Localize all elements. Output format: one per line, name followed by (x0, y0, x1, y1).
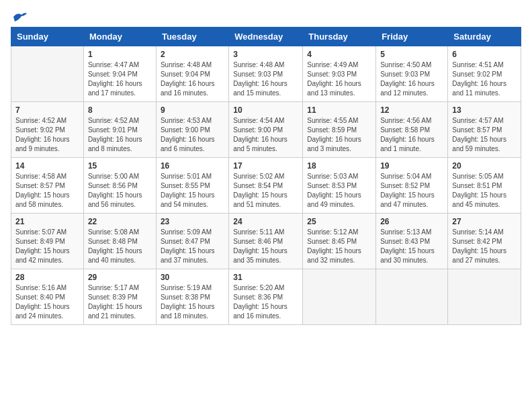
day-info: Sunrise: 4:55 AMSunset: 8:59 PMDaylight:… (307, 116, 371, 154)
calendar-cell: 21Sunrise: 5:07 AMSunset: 8:49 PMDayligh… (11, 214, 84, 269)
calendar-cell: 25Sunrise: 5:12 AMSunset: 8:45 PMDayligh… (303, 214, 376, 269)
day-number: 25 (307, 217, 371, 226)
day-number: 11 (307, 105, 371, 115)
day-info: Sunrise: 5:07 AMSunset: 8:49 PMDaylight:… (15, 228, 79, 265)
day-info: Sunrise: 5:14 AMSunset: 8:42 PMDaylight:… (452, 228, 517, 265)
day-number: 15 (88, 161, 152, 171)
calendar-cell: 6Sunrise: 4:51 AMSunset: 9:02 PMDaylight… (448, 46, 521, 102)
calendar-cell: 31Sunrise: 5:20 AMSunset: 8:36 PMDayligh… (229, 269, 303, 325)
day-info: Sunrise: 4:53 AMSunset: 9:00 PMDaylight:… (161, 116, 224, 154)
calendar-cell: 26Sunrise: 5:13 AMSunset: 8:43 PMDayligh… (376, 214, 448, 269)
day-number: 5 (380, 50, 443, 59)
weekday-header-wednesday: Wednesday (229, 28, 303, 46)
day-info: Sunrise: 4:54 AMSunset: 9:00 PMDaylight:… (233, 116, 298, 154)
logo (11, 11, 27, 20)
calendar-cell (448, 269, 521, 325)
calendar-cell: 7Sunrise: 4:52 AMSunset: 9:02 PMDaylight… (11, 102, 84, 158)
day-number: 4 (307, 50, 371, 59)
calendar-cell: 27Sunrise: 5:14 AMSunset: 8:42 PMDayligh… (448, 214, 521, 269)
day-info: Sunrise: 5:17 AMSunset: 8:39 PMDaylight:… (88, 283, 152, 321)
day-info: Sunrise: 5:08 AMSunset: 8:48 PMDaylight:… (88, 228, 152, 265)
calendar-cell: 20Sunrise: 5:05 AMSunset: 8:51 PMDayligh… (448, 158, 521, 214)
calendar-cell: 19Sunrise: 5:04 AMSunset: 8:52 PMDayligh… (376, 158, 448, 214)
calendar-cell: 23Sunrise: 5:09 AMSunset: 8:47 PMDayligh… (156, 214, 228, 269)
calendar-cell: 2Sunrise: 4:48 AMSunset: 9:04 PMDaylight… (156, 46, 228, 102)
day-info: Sunrise: 5:09 AMSunset: 8:47 PMDaylight:… (161, 228, 224, 265)
calendar-cell: 22Sunrise: 5:08 AMSunset: 8:48 PMDayligh… (83, 214, 156, 269)
weekday-header-sunday: Sunday (11, 28, 84, 46)
calendar-cell: 29Sunrise: 5:17 AMSunset: 8:39 PMDayligh… (83, 269, 156, 325)
calendar-cell (303, 269, 376, 325)
calendar-cell: 10Sunrise: 4:54 AMSunset: 9:00 PMDayligh… (229, 102, 303, 158)
day-number: 8 (88, 105, 152, 115)
day-number: 23 (161, 217, 224, 226)
day-info: Sunrise: 5:01 AMSunset: 8:55 PMDaylight:… (161, 172, 224, 210)
day-number: 31 (233, 273, 298, 282)
day-number: 22 (88, 217, 152, 226)
day-number: 18 (307, 161, 371, 171)
calendar-cell: 9Sunrise: 4:53 AMSunset: 9:00 PMDaylight… (156, 102, 228, 158)
calendar-week-row: 14Sunrise: 4:58 AMSunset: 8:57 PMDayligh… (11, 158, 521, 214)
day-info: Sunrise: 4:52 AMSunset: 9:02 PMDaylight:… (15, 116, 79, 154)
day-info: Sunrise: 4:49 AMSunset: 9:03 PMDaylight:… (307, 60, 371, 98)
weekday-header-thursday: Thursday (303, 28, 376, 46)
day-number: 24 (233, 217, 298, 226)
calendar-cell: 15Sunrise: 5:00 AMSunset: 8:56 PMDayligh… (83, 158, 156, 214)
day-info: Sunrise: 4:47 AMSunset: 9:04 PMDaylight:… (88, 60, 152, 98)
day-number: 29 (88, 273, 152, 282)
day-info: Sunrise: 5:03 AMSunset: 8:53 PMDaylight:… (307, 172, 371, 210)
day-number: 26 (380, 217, 443, 226)
calendar-cell: 28Sunrise: 5:16 AMSunset: 8:40 PMDayligh… (11, 269, 84, 325)
day-number: 6 (452, 50, 517, 59)
day-number: 14 (15, 161, 79, 171)
day-info: Sunrise: 4:51 AMSunset: 9:02 PMDaylight:… (452, 60, 517, 98)
day-number: 20 (452, 161, 517, 171)
calendar-cell (11, 46, 84, 102)
calendar-week-row: 28Sunrise: 5:16 AMSunset: 8:40 PMDayligh… (11, 269, 521, 325)
calendar-week-row: 21Sunrise: 5:07 AMSunset: 8:49 PMDayligh… (11, 214, 521, 269)
day-number: 9 (161, 105, 224, 115)
day-info: Sunrise: 5:20 AMSunset: 8:36 PMDaylight:… (233, 283, 298, 321)
calendar-cell: 16Sunrise: 5:01 AMSunset: 8:55 PMDayligh… (156, 158, 228, 214)
calendar-cell: 8Sunrise: 4:52 AMSunset: 9:01 PMDaylight… (83, 102, 156, 158)
day-number: 21 (15, 217, 79, 226)
weekday-header-saturday: Saturday (448, 28, 521, 46)
calendar-cell: 17Sunrise: 5:02 AMSunset: 8:54 PMDayligh… (229, 158, 303, 214)
calendar-cell: 13Sunrise: 4:57 AMSunset: 8:57 PMDayligh… (448, 102, 521, 158)
logo-bird-icon (12, 11, 27, 23)
calendar-cell: 12Sunrise: 4:56 AMSunset: 8:58 PMDayligh… (376, 102, 448, 158)
weekday-header-monday: Monday (83, 28, 156, 46)
day-number: 27 (452, 217, 517, 226)
day-number: 7 (15, 105, 79, 115)
calendar-cell: 1Sunrise: 4:47 AMSunset: 9:04 PMDaylight… (83, 46, 156, 102)
day-number: 16 (161, 161, 224, 171)
calendar-cell (376, 269, 448, 325)
day-number: 13 (452, 105, 517, 115)
day-info: Sunrise: 4:48 AMSunset: 9:03 PMDaylight:… (233, 60, 298, 98)
day-info: Sunrise: 5:02 AMSunset: 8:54 PMDaylight:… (233, 172, 298, 210)
day-info: Sunrise: 5:11 AMSunset: 8:46 PMDaylight:… (233, 228, 298, 265)
page-header (11, 11, 521, 20)
day-number: 17 (233, 161, 298, 171)
calendar-cell: 4Sunrise: 4:49 AMSunset: 9:03 PMDaylight… (303, 46, 376, 102)
day-number: 1 (88, 50, 152, 59)
day-info: Sunrise: 4:57 AMSunset: 8:57 PMDaylight:… (452, 116, 517, 154)
calendar-table: SundayMondayTuesdayWednesdayThursdayFrid… (11, 27, 521, 325)
day-number: 3 (233, 50, 298, 59)
day-info: Sunrise: 4:58 AMSunset: 8:57 PMDaylight:… (15, 172, 79, 210)
day-info: Sunrise: 4:50 AMSunset: 9:03 PMDaylight:… (380, 60, 443, 98)
calendar-cell: 11Sunrise: 4:55 AMSunset: 8:59 PMDayligh… (303, 102, 376, 158)
calendar-cell: 24Sunrise: 5:11 AMSunset: 8:46 PMDayligh… (229, 214, 303, 269)
day-number: 12 (380, 105, 443, 115)
calendar-cell: 30Sunrise: 5:19 AMSunset: 8:38 PMDayligh… (156, 269, 228, 325)
day-info: Sunrise: 4:56 AMSunset: 8:58 PMDaylight:… (380, 116, 443, 154)
calendar-cell: 18Sunrise: 5:03 AMSunset: 8:53 PMDayligh… (303, 158, 376, 214)
day-info: Sunrise: 5:13 AMSunset: 8:43 PMDaylight:… (380, 228, 443, 265)
day-info: Sunrise: 5:04 AMSunset: 8:52 PMDaylight:… (380, 172, 443, 210)
day-number: 2 (161, 50, 224, 59)
day-info: Sunrise: 5:00 AMSunset: 8:56 PMDaylight:… (88, 172, 152, 210)
day-info: Sunrise: 5:12 AMSunset: 8:45 PMDaylight:… (307, 228, 371, 265)
weekday-header-friday: Friday (376, 28, 448, 46)
day-number: 30 (161, 273, 224, 282)
day-number: 19 (380, 161, 443, 171)
